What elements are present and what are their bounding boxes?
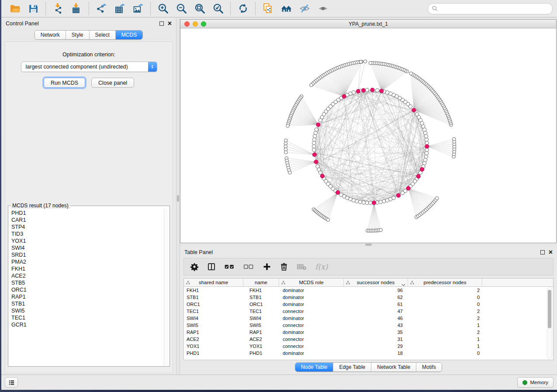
close-window-icon[interactable] (184, 21, 190, 27)
table-cell[interactable]: SWI5 (184, 322, 243, 329)
table-cell[interactable]: RAP1 (243, 329, 279, 336)
network-canvas[interactable] (180, 29, 556, 243)
table-cell[interactable]: TEC1 (184, 308, 243, 315)
table-cell[interactable]: SWI4 (184, 315, 243, 322)
mcds-result-item[interactable]: TID3 (11, 230, 164, 237)
table-row[interactable]: FKH1FKH1dominator962 (184, 287, 553, 294)
mcds-result-item[interactable]: STP4 (11, 224, 164, 230)
save-session-button[interactable] (24, 1, 42, 16)
table-cell[interactable]: 18 (344, 350, 408, 357)
table-cell[interactable]: 2 (408, 287, 482, 294)
mcds-result-item[interactable]: SWI4 (11, 244, 164, 251)
mcds-result-item[interactable]: STB5 (11, 279, 164, 286)
table-cell[interactable]: connector (279, 308, 344, 315)
mcds-result-item[interactable]: YOX1 (11, 237, 164, 244)
table-cell[interactable]: 2 (408, 329, 482, 336)
refresh-view-button[interactable] (234, 1, 252, 16)
table-cell[interactable]: STB1 (184, 294, 243, 301)
mcds-result-item[interactable]: TEC1 (11, 314, 164, 321)
task-history-button[interactable] (5, 377, 18, 388)
mcds-result-item[interactable]: FKH1 (11, 265, 164, 272)
table-cell[interactable]: dominator (279, 350, 344, 357)
select-all-button[interactable] (224, 262, 235, 271)
open-file-button[interactable] (6, 1, 24, 16)
table-cell[interactable]: 29 (344, 343, 408, 350)
table-cell[interactable]: dominator (279, 315, 344, 322)
table-cell[interactable]: STB1 (243, 294, 279, 301)
export-image-button[interactable] (129, 1, 147, 16)
mcds-result-item[interactable]: ACE2 (11, 272, 164, 279)
table-cell[interactable]: SWI5 (243, 322, 279, 329)
memory-button[interactable]: Memory (517, 377, 554, 388)
table-cell[interactable]: PHD1 (243, 350, 279, 357)
table-row[interactable]: ACE2ACE2connector311 (184, 336, 553, 343)
table-cell[interactable]: YOX1 (184, 343, 243, 350)
table-cell[interactable]: FKH1 (243, 287, 279, 294)
zoom-fit-button[interactable] (190, 1, 209, 16)
tab-network[interactable]: Network (35, 31, 66, 39)
table-cell[interactable]: PHD1 (184, 350, 243, 357)
table-cell[interactable]: dominator (279, 329, 344, 336)
table-cell[interactable]: 0 (408, 350, 482, 357)
table-cell[interactable]: ACE2 (184, 336, 243, 343)
column-header-predecessor-nodes[interactable]: predecessor nodes (408, 279, 482, 286)
column-header-name[interactable]: name (243, 279, 279, 286)
table-cell[interactable]: FKH1 (184, 287, 243, 294)
table-cell[interactable]: 0 (408, 301, 482, 308)
unselect-all-button[interactable] (243, 262, 254, 271)
table-row[interactable]: RAP1RAP1dominator352 (184, 329, 553, 336)
table-row[interactable]: YOX1YOX1connector291 (184, 343, 553, 350)
table-cell[interactable]: 62 (344, 294, 408, 301)
show-columns-button[interactable] (207, 262, 216, 271)
table-cell[interactable]: ACE2 (243, 336, 279, 343)
table-cell[interactable]: connector (279, 322, 344, 329)
table-cell[interactable]: connector (279, 343, 344, 350)
table-cell[interactable]: connector (279, 336, 344, 343)
duplicate-network-button[interactable] (259, 1, 277, 16)
mcds-result-item[interactable]: PHD1 (11, 210, 164, 217)
column-header-shared-name[interactable]: shared name (184, 279, 243, 286)
table-panel-close-button[interactable]: × (549, 249, 553, 255)
table-cell[interactable]: 2 (408, 315, 482, 322)
table-cell[interactable]: 0 (408, 294, 482, 301)
mcds-result-item[interactable]: RAP1 (11, 293, 164, 300)
table-row[interactable]: TEC1TEC1connector472 (184, 308, 553, 315)
export-network-button[interactable] (92, 1, 111, 16)
table-cell[interactable]: SWI4 (243, 315, 279, 322)
zoom-in-button[interactable] (154, 1, 172, 16)
vertical-splitter-grip[interactable] (177, 195, 179, 202)
mcds-result-item[interactable]: SRD1 (11, 251, 164, 258)
control-panel-float-button[interactable] (159, 21, 164, 26)
mcds-result-item[interactable]: SWI5 (11, 307, 164, 314)
table-row[interactable]: PHD1PHD1dominator180 (184, 350, 553, 357)
table-row[interactable]: ORC1ORC1dominator610 (184, 301, 553, 308)
tab-network-table[interactable]: Network Table (371, 363, 416, 371)
table-cell[interactable]: 43 (344, 322, 408, 329)
minimize-window-icon[interactable] (193, 21, 198, 27)
column-header-successor-nodes[interactable]: successor nodes (344, 279, 408, 286)
close-panel-button[interactable]: Close panel (91, 78, 134, 88)
horizontal-splitter-grip[interactable] (365, 244, 372, 246)
table-cell[interactable]: dominator (279, 301, 344, 308)
table-cell[interactable]: 47 (344, 308, 408, 315)
export-table-button[interactable] (111, 1, 129, 16)
run-mcds-button[interactable]: Run MCDS (44, 78, 85, 88)
maximize-window-icon[interactable] (201, 21, 206, 27)
table-cell[interactable]: 61 (344, 301, 408, 308)
vertical-splitter[interactable] (176, 18, 180, 375)
table-settings-button[interactable] (190, 262, 199, 271)
table-cell[interactable]: 31 (344, 336, 408, 343)
search-input[interactable] (440, 6, 549, 12)
import-table-button[interactable] (67, 1, 86, 16)
mcds-result-item[interactable]: ORC1 (11, 286, 164, 293)
tab-mcds[interactable]: MCDS (115, 31, 142, 39)
mcds-list-scrollbar[interactable] (164, 209, 170, 366)
table-cell[interactable]: RAP1 (184, 329, 243, 336)
horizontal-splitter[interactable] (180, 243, 557, 247)
mcds-result-item[interactable]: GCR1 (11, 321, 164, 328)
table-row[interactable]: SWI4SWI4dominator462 (184, 315, 553, 322)
first-neighbors-button[interactable] (277, 1, 295, 16)
table-row[interactable]: SWI5SWI5connector431 (184, 322, 553, 329)
table-cell[interactable]: 1 (408, 322, 482, 329)
tab-select[interactable]: Select (89, 31, 115, 39)
